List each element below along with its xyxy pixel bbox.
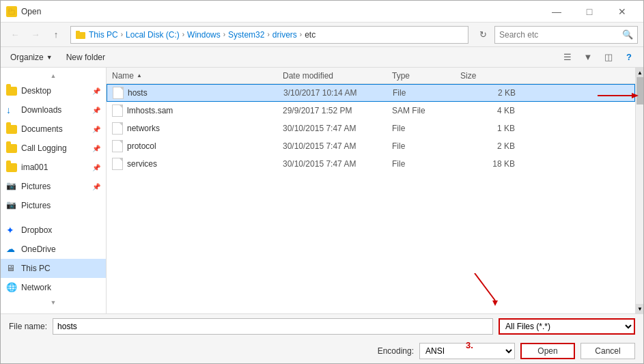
- sidebar-item-downloads[interactable]: ↓ Downloads 📌: [1, 100, 106, 120]
- downloads-icon: ↓: [6, 104, 17, 115]
- sidebar-item-desktop[interactable]: Desktop 📌: [1, 81, 106, 100]
- file-name-protocol: protocol: [112, 140, 283, 152]
- file-icon-networks: [112, 122, 123, 135]
- view-list-button[interactable]: ☰: [559, 49, 576, 66]
- svg-rect-1: [9, 9, 12, 11]
- file-date-lmhosts: 29/9/2017 1:52 PM: [283, 106, 392, 115]
- minimize-button[interactable]: —: [541, 1, 572, 23]
- breadcrumb-localc[interactable]: Local Disk (C:): [126, 30, 180, 40]
- title-icon: [6, 6, 17, 17]
- hosts-row-container: hosts 3/10/2017 10:14 AM File 2 KB 2.: [107, 84, 635, 102]
- file-row-services[interactable]: services 30/10/2015 7:47 AM File 18 KB: [107, 155, 635, 173]
- file-size-hosts: 2 KB: [461, 88, 516, 98]
- window-controls: — □ ✕: [541, 1, 638, 23]
- organize-chevron-icon: ▼: [46, 54, 53, 61]
- main-area: ▲ Desktop 📌 ↓ Downloads 📌 Documents 📌: [1, 68, 643, 313]
- file-icon-services: [112, 158, 123, 170]
- breadcrumb-windows[interactable]: Windows: [187, 30, 221, 40]
- pin-icon-cl: 📌: [92, 145, 100, 152]
- search-input[interactable]: [499, 30, 619, 40]
- scroll-track[interactable]: [636, 77, 643, 304]
- file-date-services: 30/10/2015 7:47 AM: [283, 159, 392, 169]
- filetype-select[interactable]: All Files (*.*): [499, 318, 635, 335]
- ima001-icon: [6, 163, 17, 172]
- file-area: Name ▲ Date modified Type Size: [107, 68, 635, 313]
- file-name-hosts: hosts: [113, 87, 283, 99]
- documents-icon: [6, 125, 17, 134]
- filename-label: File name:: [9, 322, 47, 331]
- scroll-up-btn[interactable]: ▲: [636, 68, 643, 77]
- sidebar-item-thispc[interactable]: 🖥 This PC: [1, 259, 106, 278]
- search-icon: 🔍: [622, 29, 633, 40]
- open-button-wrapper: Open 3.: [520, 343, 575, 359]
- pin-icon-ima: 📌: [92, 164, 100, 171]
- breadcrumb-drivers[interactable]: drivers: [272, 30, 297, 40]
- breadcrumb-thispc[interactable]: This PC: [89, 30, 118, 40]
- arrow-2-svg: [598, 91, 639, 100]
- filename-input[interactable]: [53, 318, 493, 335]
- file-row-lmhosts[interactable]: lmhosts.sam 29/9/2017 1:52 PM SAM File 4…: [107, 102, 635, 120]
- view-details-dropdown[interactable]: ▼: [579, 49, 597, 66]
- sidebar-item-dropbox[interactable]: ✦ Dropbox: [1, 221, 106, 240]
- view-help-button[interactable]: ?: [620, 49, 638, 66]
- file-row-hosts[interactable]: hosts 3/10/2017 10:14 AM File 2 KB: [107, 84, 635, 102]
- file-row-protocol[interactable]: protocol 30/10/2015 7:47 AM File 2 KB: [107, 137, 635, 155]
- sidebar-item-calllogging[interactable]: Call Logging 📌: [1, 139, 106, 158]
- file-date-hosts: 3/10/2017 10:14 AM: [283, 88, 393, 98]
- sidebar-scroll-down[interactable]: ▼: [1, 297, 106, 308]
- file-icon-hosts: [113, 87, 124, 99]
- filetype-wrapper: All Files (*.*) 1.: [499, 318, 635, 335]
- sidebar-item-ima001[interactable]: ima001 📌: [1, 158, 106, 177]
- encoding-row: Encoding: ANSI Open 3. Cancel: [1, 339, 643, 363]
- view-preview-button[interactable]: ◫: [600, 49, 617, 66]
- address-toolbar: ← → ↑ This PC › Local Disk (C:) › Window…: [1, 23, 643, 47]
- organize-button[interactable]: Organize ▼: [6, 49, 57, 66]
- file-row-networks[interactable]: networks 30/10/2015 7:47 AM File 1 KB: [107, 120, 635, 137]
- file-type-lmhosts: SAM File: [392, 106, 460, 115]
- sidebar-item-pictures2[interactable]: 📷 Pictures: [1, 196, 106, 215]
- cancel-button[interactable]: Cancel: [580, 343, 635, 359]
- pictures2-icon: 📷: [6, 200, 17, 211]
- desktop-icon: [6, 87, 17, 96]
- breadcrumb-system32[interactable]: System32: [228, 30, 264, 40]
- pin-icon: 📌: [92, 87, 100, 95]
- file-icon-lmhosts: [112, 104, 123, 117]
- file-list: hosts 3/10/2017 10:14 AM File 2 KB 2.: [107, 84, 635, 313]
- close-button[interactable]: ✕: [606, 1, 638, 23]
- svg-rect-3: [76, 31, 80, 33]
- up-button[interactable]: ↑: [47, 26, 65, 44]
- search-box[interactable]: 🔍: [494, 26, 638, 44]
- sidebar-scroll-up[interactable]: ▲: [1, 70, 106, 81]
- sidebar-item-pictures1[interactable]: 📷 Pictures 📌: [1, 177, 106, 196]
- scroll-down-btn[interactable]: ▼: [636, 304, 643, 313]
- forward-button[interactable]: →: [27, 26, 44, 44]
- window-title: Open: [21, 7, 41, 16]
- file-date-networks: 30/10/2015 7:47 AM: [283, 124, 392, 133]
- scrollbar-vertical[interactable]: ▲ ▼: [635, 68, 643, 313]
- open-button[interactable]: Open: [520, 343, 575, 359]
- sidebar-item-documents[interactable]: Documents 📌: [1, 120, 106, 139]
- arrow-1-svg: [468, 273, 502, 307]
- breadcrumb[interactable]: This PC › Local Disk (C:) › Windows › Sy…: [70, 26, 468, 44]
- col-header-date[interactable]: Date modified: [283, 71, 392, 81]
- sidebar-item-network[interactable]: 🌐 Network: [1, 278, 106, 297]
- col-header-size[interactable]: Size: [460, 71, 515, 81]
- file-size-services: 18 KB: [460, 159, 515, 169]
- col-header-type[interactable]: Type: [392, 71, 460, 81]
- back-button[interactable]: ←: [6, 26, 24, 44]
- sort-arrow: ▲: [137, 72, 142, 79]
- filename-row: File name: All Files (*.*) 1.: [1, 314, 643, 339]
- maximize-button[interactable]: □: [574, 1, 605, 23]
- refresh-button[interactable]: ↻: [474, 26, 492, 44]
- svg-marker-5: [632, 93, 639, 98]
- svg-marker-7: [492, 300, 498, 306]
- file-size-lmhosts: 4 KB: [460, 106, 515, 115]
- svg-line-6: [475, 273, 495, 300]
- secondary-toolbar: Organize ▼ New folder ☰ ▼ ◫ ?: [1, 47, 643, 68]
- onedrive-icon: ☁: [6, 244, 17, 255]
- annotation-3: 3.: [466, 340, 473, 350]
- col-header-name[interactable]: Name ▲: [112, 71, 283, 81]
- file-type-protocol: File: [392, 141, 460, 151]
- sidebar-item-onedrive[interactable]: ☁ OneDrive: [1, 240, 106, 259]
- new-folder-button[interactable]: New folder: [62, 49, 109, 66]
